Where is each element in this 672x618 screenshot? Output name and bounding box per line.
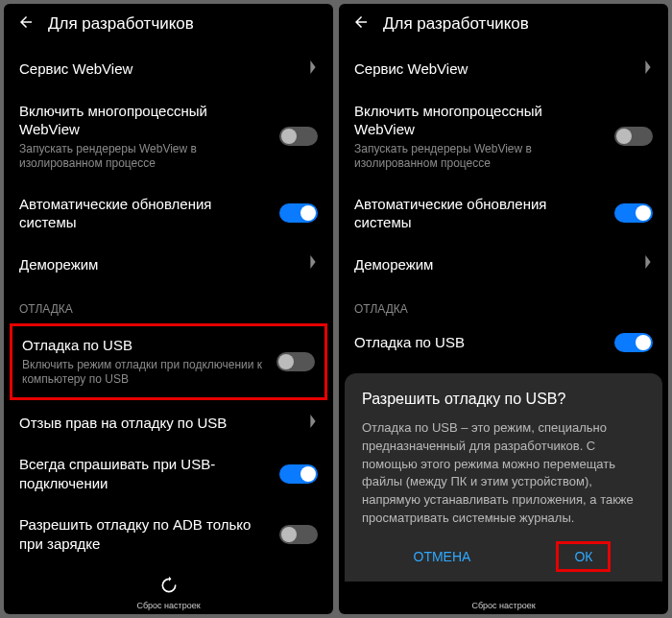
ok-button[interactable]: ОК <box>556 541 611 572</box>
dialog-body: Отладка по USB – это режим, специально п… <box>362 419 645 528</box>
chevron-right-icon <box>308 415 318 432</box>
section-debug-label: ОТЛАДКА <box>4 285 333 321</box>
phone-left: Для разработчиков Сервис WebView Включит… <box>4 4 333 614</box>
toggle-multi-webview[interactable] <box>614 127 653 146</box>
row-revoke[interactable]: Отзыв прав на отладку по USB <box>4 402 333 444</box>
toggle-auto-update[interactable] <box>279 203 318 223</box>
row-webview-service[interactable]: Сервис WebView <box>339 48 668 90</box>
dialog-actions: ОТМЕНА ОК <box>362 541 645 572</box>
settings-list: Сервис WebView Включить многопроцессный … <box>4 48 333 570</box>
row-webview-service[interactable]: Сервис WebView <box>4 48 333 90</box>
section-debug-label: ОТЛАДКА <box>339 285 668 321</box>
row-multi-webview[interactable]: Включить многопроцессный WebView Запуска… <box>339 90 668 183</box>
page-title: Для разработчиков <box>48 14 194 34</box>
back-icon[interactable] <box>17 13 35 35</box>
phone-right: Для разработчиков Сервис WebView Включит… <box>339 4 668 614</box>
row-auto-update[interactable]: Автоматические обновления системы <box>4 183 333 244</box>
highlight-usb-debug: Отладка по USB Включить режим отладки пр… <box>10 323 327 400</box>
chevron-right-icon <box>308 60 318 78</box>
toggle-always-ask[interactable] <box>279 464 318 484</box>
bottom-bar: Сброс настроек <box>339 593 668 614</box>
chevron-right-icon <box>308 255 318 273</box>
bottom-bar: Сброс настроек <box>4 570 333 614</box>
toggle-usb-debug[interactable] <box>614 333 653 352</box>
toggle-adb-charge[interactable] <box>279 525 318 544</box>
row-usb-debug[interactable]: Отладка по USB Включить режим отладки пр… <box>12 326 324 397</box>
back-icon[interactable] <box>352 13 370 35</box>
toggle-usb-debug[interactable] <box>276 352 315 371</box>
page-title: Для разработчиков <box>383 14 529 34</box>
row-adb-charge[interactable]: Разрешить отладку по ADB только при заря… <box>4 504 333 564</box>
chevron-right-icon <box>643 255 653 273</box>
row-multi-webview[interactable]: Включить многопроцессный WebView Запуска… <box>4 90 333 183</box>
header: Для разработчиков <box>4 4 333 48</box>
dialog-title: Разрешить отладку по USB? <box>362 391 645 408</box>
row-always-ask[interactable]: Всегда спрашивать при USB-подключении <box>4 443 333 504</box>
reset-label: Сброс настроек <box>136 601 200 610</box>
header: Для разработчиков <box>339 4 668 48</box>
reset-label: Сброс настроек <box>471 601 535 610</box>
toggle-auto-update[interactable] <box>614 203 653 223</box>
row-demo[interactable]: Деморежим <box>339 244 668 286</box>
row-usb-debug[interactable]: Отладка по USB <box>339 321 668 364</box>
reset-icon[interactable] <box>159 576 179 599</box>
toggle-multi-webview[interactable] <box>279 127 318 146</box>
row-auto-update[interactable]: Автоматические обновления системы <box>339 183 668 244</box>
chevron-right-icon <box>643 60 653 78</box>
usb-debug-dialog: Разрешить отладку по USB? Отладка по USB… <box>345 373 662 582</box>
row-demo[interactable]: Деморежим <box>4 244 333 286</box>
cancel-button[interactable]: ОТМЕНА <box>396 541 489 572</box>
